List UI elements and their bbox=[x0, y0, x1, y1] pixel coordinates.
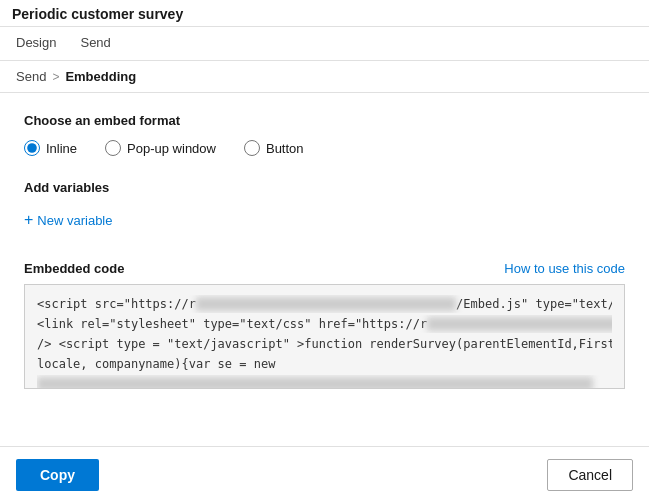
radio-group: Inline Pop-up window Button bbox=[24, 140, 625, 156]
breadcrumb-parent[interactable]: Send bbox=[16, 69, 46, 84]
variables-title: Add variables bbox=[24, 180, 625, 195]
embed-code-title: Embedded code bbox=[24, 261, 124, 276]
main-content: Choose an embed format Inline Pop-up win… bbox=[0, 93, 649, 409]
radio-popup-input[interactable] bbox=[105, 140, 121, 156]
breadcrumb-separator: > bbox=[52, 70, 59, 84]
code-line-4: locale, companyname){var se = new bbox=[37, 355, 612, 373]
footer: Copy Cancel bbox=[0, 446, 649, 503]
cancel-button[interactable]: Cancel bbox=[547, 459, 633, 491]
copy-button[interactable]: Copy bbox=[16, 459, 99, 491]
breadcrumb: Send > Embedding bbox=[0, 61, 649, 93]
radio-inline-input[interactable] bbox=[24, 140, 40, 156]
page-title: Periodic customer survey bbox=[12, 6, 637, 22]
radio-button-input[interactable] bbox=[244, 140, 260, 156]
code-line-1: <script src="https://r██████████████████… bbox=[37, 295, 612, 313]
new-variable-label: New variable bbox=[37, 213, 112, 228]
new-variable-button[interactable]: + New variable bbox=[24, 207, 113, 233]
top-nav: Design Send bbox=[0, 27, 649, 61]
plus-icon: + bbox=[24, 211, 33, 229]
radio-popup[interactable]: Pop-up window bbox=[105, 140, 216, 156]
radio-popup-label: Pop-up window bbox=[127, 141, 216, 156]
embed-format-title: Choose an embed format bbox=[24, 113, 625, 128]
code-line-5: ████████████████████████████████████████… bbox=[37, 375, 612, 389]
radio-button[interactable]: Button bbox=[244, 140, 304, 156]
code-box[interactable]: <script src="https://r██████████████████… bbox=[24, 284, 625, 389]
embed-format-section: Choose an embed format Inline Pop-up win… bbox=[24, 113, 625, 156]
breadcrumb-current: Embedding bbox=[65, 69, 136, 84]
nav-send[interactable]: Send bbox=[76, 27, 122, 60]
how-to-link[interactable]: How to use this code bbox=[504, 261, 625, 276]
variables-section: Add variables + New variable bbox=[24, 180, 625, 233]
nav-design[interactable]: Design bbox=[12, 27, 68, 60]
title-bar: Periodic customer survey bbox=[0, 0, 649, 27]
radio-inline[interactable]: Inline bbox=[24, 140, 77, 156]
embedded-code-section: Embedded code How to use this code <scri… bbox=[24, 261, 625, 389]
embed-header: Embedded code How to use this code bbox=[24, 261, 625, 276]
radio-inline-label: Inline bbox=[46, 141, 77, 156]
code-line-3: /> <script type = "text/javascript" >fun… bbox=[37, 335, 612, 353]
code-line-2: <link rel="stylesheet" type="text/css" h… bbox=[37, 315, 612, 333]
radio-button-label: Button bbox=[266, 141, 304, 156]
